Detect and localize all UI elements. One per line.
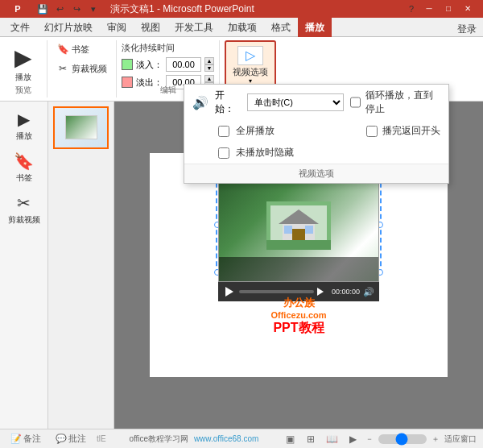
bookmark-toolbar-btn[interactable]: 🔖 书签 <box>3 148 45 187</box>
save-quickbtn[interactable]: 💾 <box>35 2 50 16</box>
status-left: 📝 备注 💬 批注 tlE <box>6 431 106 446</box>
hide-label: 未播放时隐藏 <box>236 146 294 160</box>
fade-title: 淡化持续时间 <box>122 40 214 54</box>
comments-icon: 💬 <box>56 433 67 444</box>
more-quickbtn[interactable]: ▾ <box>86 2 101 16</box>
left-toolbar: ▶ 播放 🔖 书签 ✂ 剪裁视频 <box>0 102 48 429</box>
fade-in-spinner[interactable]: ▲ ▼ <box>204 57 214 72</box>
play-icon: ▶ <box>10 44 36 70</box>
app-icon: P <box>6 0 29 18</box>
fade-in-up[interactable]: ▲ <box>204 57 214 64</box>
crop-icon: ✂ <box>56 62 69 75</box>
play-label: 播放 <box>15 72 31 83</box>
ribbon-tabs: 文件 幻灯片放映 审阅 视图 开发工具 加载项 格式 播放 登录 <box>0 18 483 37</box>
video-progress-bar[interactable] <box>239 290 314 293</box>
tab-view[interactable]: 视图 <box>134 18 167 37</box>
loop-label: 循环播放，直到停止 <box>365 89 440 116</box>
fade-in-color-box <box>122 59 133 70</box>
crop-toolbar-icon: ✂ <box>17 193 31 213</box>
comments-btn[interactable]: 💬 批注 <box>52 431 90 446</box>
crop-label: 剪裁视频 <box>72 63 107 75</box>
brand-url: www.office68.com <box>194 434 258 443</box>
fullscreen-checkbox[interactable] <box>218 126 229 137</box>
preview-group-label: 预览 <box>0 85 47 96</box>
play-toolbar-label: 播放 <box>16 131 32 142</box>
start-select[interactable]: 自动(A) 单击时(C) <box>247 93 344 111</box>
slide-preview-img <box>65 115 97 139</box>
fade-in-row: 淡入： ▲ ▼ <box>122 57 214 72</box>
tab-addins[interactable]: 加载项 <box>221 18 264 37</box>
normal-view-btn[interactable]: ▣ <box>282 433 298 446</box>
login-btn[interactable]: 登录 <box>457 23 477 36</box>
fade-in-label: 淡入： <box>136 59 163 71</box>
watermark-sitename: 办公族 Officezu.com <box>150 296 448 320</box>
zoom-slider[interactable] <box>378 434 427 444</box>
time-display: 00:00:00 <box>332 288 360 296</box>
bookmark-button[interactable]: 🔖 书签 <box>52 40 109 58</box>
tab-file[interactable]: 文件 <box>3 18 37 37</box>
slide-canvas: 00:00:00 🔊 办公族 Officezu.com PPT教程 <box>150 153 448 377</box>
bookmark-toolbar-label: 书签 <box>16 172 32 184</box>
footer-brand: office教程学习网 www.office68.com <box>129 433 258 445</box>
ribbon-group-preview: ▶ 播放 预览 <box>0 40 47 97</box>
hide-checkbox[interactable] <box>218 147 229 159</box>
dropdown-title: 视频选项 <box>184 164 448 183</box>
svg-rect-5 <box>284 226 292 234</box>
watermark-domain: Officezu.com <box>150 310 448 320</box>
login-area: 登录 <box>457 23 483 36</box>
rewind-checkbox[interactable] <box>366 126 378 137</box>
start-label: 开始： <box>215 89 241 116</box>
crop-video-button[interactable]: ✂ 剪裁视频 <box>52 60 111 77</box>
tab-play[interactable]: 播放 <box>298 18 332 37</box>
fullscreen-label: 全屏播放 <box>236 124 275 138</box>
tab-review[interactable]: 审阅 <box>100 18 134 37</box>
bookmark-icon: 🔖 <box>56 43 69 56</box>
zoom-minus[interactable]: － <box>365 433 374 445</box>
loop-checkbox[interactable] <box>350 97 361 108</box>
slide-sorter-btn[interactable]: ⊞ <box>303 433 319 446</box>
fade-in-down[interactable]: ▼ <box>204 64 214 72</box>
svg-rect-7 <box>266 240 331 250</box>
play-icon2 <box>317 288 328 296</box>
watermark-site-text: 办公族 <box>283 297 315 309</box>
footer-text: tlE <box>97 434 106 443</box>
zoom-fit-btn[interactable]: 适应窗口 <box>444 433 477 445</box>
close-btn[interactable]: ✕ <box>459 2 477 15</box>
notes-btn[interactable]: 📝 备注 <box>6 431 45 446</box>
zoom-plus[interactable]: ＋ <box>431 433 440 445</box>
video-frame <box>218 177 379 282</box>
loop-section: 循环播放，直到停止 <box>350 89 440 116</box>
notes-label: 备注 <box>23 433 41 445</box>
video-options-button[interactable]: ▷ 视频选项 ▾ <box>225 40 276 90</box>
tab-format[interactable]: 格式 <box>264 18 298 37</box>
ribbon-group-bookmark: 🔖 书签 ✂ 剪裁视频 <box>47 40 117 97</box>
fade-in-input[interactable] <box>166 57 201 72</box>
video-options-label: 视频选项 <box>233 67 268 77</box>
title-bar: P 💾 ↩ ↪ ▾ 演示文稿1 - Microsoft PowerPoint ?… <box>0 0 483 18</box>
fade-out-up[interactable]: ▲ <box>204 75 214 82</box>
minimize-btn[interactable]: ─ <box>420 2 438 15</box>
reading-view-btn[interactable]: 📖 <box>324 433 340 446</box>
watermark-title: PPT教程 <box>150 320 448 337</box>
notes-icon: 📝 <box>10 433 22 444</box>
slideshow-btn[interactable]: ▶ <box>345 433 361 446</box>
dropdown-fullscreen-row: 全屏播放 播完返回开头 <box>184 120 448 142</box>
brand-text: office教程学习网 <box>129 434 188 443</box>
video-container[interactable]: 00:00:00 🔊 <box>218 177 379 298</box>
rewind-label: 播完返回开头 <box>382 124 440 138</box>
tab-slideshow[interactable]: 幻灯片放映 <box>37 18 100 37</box>
bookmark-toolbar-icon: 🔖 <box>14 151 34 171</box>
house-svg <box>266 201 331 250</box>
tab-devtools[interactable]: 开发工具 <box>167 18 221 37</box>
slide-thumb-1[interactable]: 1 <box>53 106 109 149</box>
maximize-btn[interactable]: □ <box>440 2 457 15</box>
play-toolbar-btn[interactable]: ▶ 播放 <box>3 106 45 145</box>
play-button[interactable]: ▶ 播放 <box>5 40 42 87</box>
help-btn[interactable]: ? <box>404 2 419 16</box>
comments-label: 批注 <box>68 433 86 445</box>
redo-quickbtn[interactable]: ↪ <box>69 2 84 16</box>
undo-quickbtn[interactable]: ↩ <box>52 2 67 16</box>
crop-toolbar-btn[interactable]: ✂ 剪裁视频 <box>3 190 45 229</box>
slides-panel: 1 <box>48 102 114 429</box>
quick-access-toolbar: 💾 ↩ ↪ ▾ <box>35 2 101 16</box>
